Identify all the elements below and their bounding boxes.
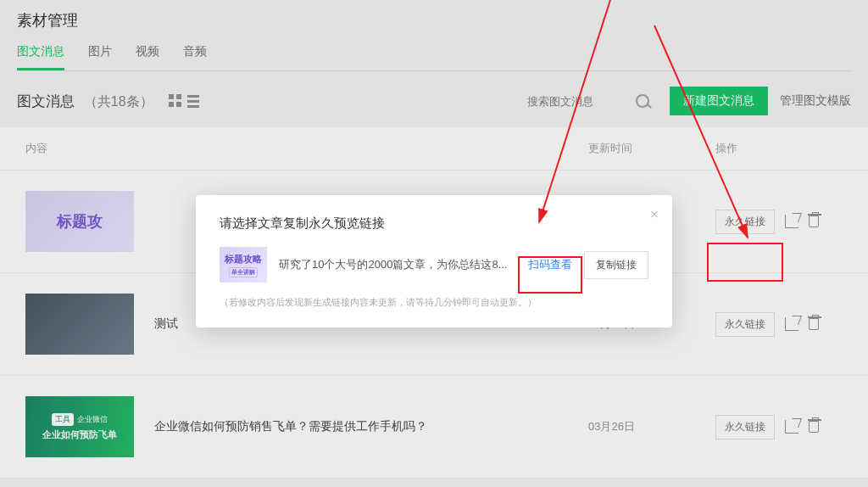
modal-thumbnail: 标题攻略 单全讲解 <box>220 247 267 283</box>
modal-overlay: × 请选择文章复制永久预览链接 标题攻略 单全讲解 研究了10个大号的2000篇… <box>0 0 868 487</box>
copy-link-modal: × 请选择文章复制永久预览链接 标题攻略 单全讲解 研究了10个大号的2000篇… <box>196 195 672 327</box>
close-icon[interactable]: × <box>650 207 659 221</box>
modal-article-row: 标题攻略 单全讲解 研究了10个大号的2000篇文章，为你总结这8... 扫码查… <box>220 247 648 283</box>
copy-link-button[interactable]: 复制链接 <box>584 251 648 279</box>
modal-title: 请选择文章复制永久预览链接 <box>220 216 648 232</box>
modal-article-title: 研究了10个大号的2000篇文章，为你总结这8... <box>279 257 516 272</box>
scan-qr-link[interactable]: 扫码查看 <box>528 257 572 272</box>
modal-footnote: （若修改内容后发现新生成链接内容未更新，请等待几分钟即可自动更新。） <box>220 296 648 309</box>
